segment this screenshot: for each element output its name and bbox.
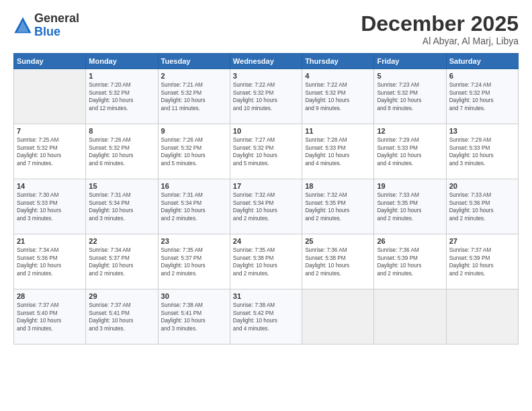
day-number: 22 [89,237,154,245]
week-row-2: 7Sunrise: 7:25 AM Sunset: 5:32 PM Daylig… [14,124,519,179]
day-cell [302,289,374,345]
day-number: 4 [305,72,371,80]
week-row-4: 21Sunrise: 7:34 AM Sunset: 5:36 PM Dayli… [14,234,519,289]
day-cell: 14Sunrise: 7:30 AM Sunset: 5:33 PM Dayli… [14,179,86,234]
week-row-3: 14Sunrise: 7:30 AM Sunset: 5:33 PM Dayli… [14,179,519,234]
day-number: 11 [305,127,371,135]
day-number: 24 [233,237,299,245]
day-cell: 7Sunrise: 7:25 AM Sunset: 5:32 PM Daylig… [14,124,86,179]
month-title: December 2025 [361,12,519,36]
week-row-5: 28Sunrise: 7:37 AM Sunset: 5:40 PM Dayli… [14,289,519,345]
day-number: 1 [89,72,154,80]
day-info: Sunrise: 7:21 AM Sunset: 5:32 PM Dayligh… [161,81,227,112]
day-info: Sunrise: 7:37 AM Sunset: 5:39 PM Dayligh… [449,246,515,277]
week-row-1: 1Sunrise: 7:20 AM Sunset: 5:32 PM Daylig… [14,69,519,124]
day-number: 16 [161,182,227,190]
day-info: Sunrise: 7:29 AM Sunset: 5:33 PM Dayligh… [377,136,443,167]
day-info: Sunrise: 7:33 AM Sunset: 5:36 PM Dayligh… [449,191,515,222]
day-info: Sunrise: 7:34 AM Sunset: 5:37 PM Dayligh… [89,246,154,277]
day-cell: 8Sunrise: 7:26 AM Sunset: 5:32 PM Daylig… [86,124,158,179]
day-info: Sunrise: 7:34 AM Sunset: 5:36 PM Dayligh… [17,246,83,277]
day-info: Sunrise: 7:26 AM Sunset: 5:32 PM Dayligh… [161,136,227,167]
day-info: Sunrise: 7:35 AM Sunset: 5:38 PM Dayligh… [233,246,299,277]
title-block: December 2025 Al Abyar, Al Marj, Libya [361,12,519,46]
day-cell: 11Sunrise: 7:28 AM Sunset: 5:33 PM Dayli… [302,124,374,179]
header: GeneralBlue December 2025 Al Abyar, Al M… [13,12,519,46]
day-cell: 13Sunrise: 7:29 AM Sunset: 5:33 PM Dayli… [446,124,518,179]
day-cell: 17Sunrise: 7:32 AM Sunset: 5:34 PM Dayli… [230,179,302,234]
day-cell [374,289,446,345]
day-cell: 25Sunrise: 7:36 AM Sunset: 5:38 PM Dayli… [302,234,374,289]
day-number: 31 [233,292,299,300]
day-info: Sunrise: 7:23 AM Sunset: 5:32 PM Dayligh… [377,81,443,112]
day-cell: 1Sunrise: 7:20 AM Sunset: 5:32 PM Daylig… [86,69,158,124]
day-info: Sunrise: 7:38 AM Sunset: 5:42 PM Dayligh… [233,302,299,332]
day-info: Sunrise: 7:37 AM Sunset: 5:40 PM Dayligh… [17,302,83,332]
day-info: Sunrise: 7:35 AM Sunset: 5:37 PM Dayligh… [161,246,227,277]
day-number: 19 [377,182,443,190]
day-number: 8 [89,127,154,135]
day-info: Sunrise: 7:31 AM Sunset: 5:34 PM Dayligh… [89,191,154,222]
day-cell: 28Sunrise: 7:37 AM Sunset: 5:40 PM Dayli… [14,289,86,345]
weekday-header-friday: Friday [374,54,446,69]
weekday-header-monday: Monday [86,54,158,69]
day-info: Sunrise: 7:32 AM Sunset: 5:34 PM Dayligh… [233,191,299,222]
day-cell: 26Sunrise: 7:36 AM Sunset: 5:39 PM Dayli… [374,234,446,289]
day-cell: 3Sunrise: 7:22 AM Sunset: 5:32 PM Daylig… [230,69,302,124]
day-cell: 12Sunrise: 7:29 AM Sunset: 5:33 PM Dayli… [374,124,446,179]
day-number: 3 [233,72,299,80]
day-info: Sunrise: 7:22 AM Sunset: 5:32 PM Dayligh… [305,81,371,112]
day-cell: 31Sunrise: 7:38 AM Sunset: 5:42 PM Dayli… [230,289,302,345]
day-cell: 4Sunrise: 7:22 AM Sunset: 5:32 PM Daylig… [302,69,374,124]
day-cell: 21Sunrise: 7:34 AM Sunset: 5:36 PM Dayli… [14,234,86,289]
day-cell: 16Sunrise: 7:31 AM Sunset: 5:34 PM Dayli… [158,179,230,234]
day-cell: 15Sunrise: 7:31 AM Sunset: 5:34 PM Dayli… [86,179,158,234]
day-cell: 5Sunrise: 7:23 AM Sunset: 5:32 PM Daylig… [374,69,446,124]
logo: GeneralBlue [13,12,79,39]
day-info: Sunrise: 7:27 AM Sunset: 5:32 PM Dayligh… [233,136,299,167]
weekday-header-thursday: Thursday [302,54,374,69]
day-cell: 22Sunrise: 7:34 AM Sunset: 5:37 PM Dayli… [86,234,158,289]
day-number: 28 [17,292,83,300]
logo-icon [13,16,32,35]
day-number: 18 [305,182,371,190]
day-number: 20 [449,182,515,190]
day-cell: 6Sunrise: 7:24 AM Sunset: 5:32 PM Daylig… [446,69,518,124]
calendar-page: GeneralBlue December 2025 Al Abyar, Al M… [0,0,532,411]
day-info: Sunrise: 7:25 AM Sunset: 5:32 PM Dayligh… [17,136,83,167]
day-cell: 27Sunrise: 7:37 AM Sunset: 5:39 PM Dayli… [446,234,518,289]
day-number: 7 [17,127,83,135]
weekday-header-wednesday: Wednesday [230,54,302,69]
day-cell [14,69,86,124]
day-number: 17 [233,182,299,190]
logo-name: GeneralBlue [34,12,79,39]
day-info: Sunrise: 7:32 AM Sunset: 5:35 PM Dayligh… [305,191,371,222]
day-number: 10 [233,127,299,135]
day-cell: 24Sunrise: 7:35 AM Sunset: 5:38 PM Dayli… [230,234,302,289]
day-cell: 30Sunrise: 7:38 AM Sunset: 5:41 PM Dayli… [158,289,230,345]
day-number: 2 [161,72,227,80]
day-number: 5 [377,72,443,80]
day-cell: 20Sunrise: 7:33 AM Sunset: 5:36 PM Dayli… [446,179,518,234]
day-info: Sunrise: 7:30 AM Sunset: 5:33 PM Dayligh… [17,191,83,222]
weekday-header-sunday: Sunday [14,54,86,69]
day-info: Sunrise: 7:28 AM Sunset: 5:33 PM Dayligh… [305,136,371,167]
day-cell: 9Sunrise: 7:26 AM Sunset: 5:32 PM Daylig… [158,124,230,179]
day-info: Sunrise: 7:22 AM Sunset: 5:32 PM Dayligh… [233,81,299,112]
day-number: 14 [17,182,83,190]
day-number: 23 [161,237,227,245]
day-number: 27 [449,237,515,245]
day-number: 6 [449,72,515,80]
day-info: Sunrise: 7:37 AM Sunset: 5:41 PM Dayligh… [89,302,154,332]
day-info: Sunrise: 7:38 AM Sunset: 5:41 PM Dayligh… [161,302,227,332]
day-number: 13 [449,127,515,135]
day-cell: 23Sunrise: 7:35 AM Sunset: 5:37 PM Dayli… [158,234,230,289]
day-info: Sunrise: 7:36 AM Sunset: 5:39 PM Dayligh… [377,246,443,277]
day-number: 29 [89,292,154,300]
day-info: Sunrise: 7:26 AM Sunset: 5:32 PM Dayligh… [89,136,154,167]
day-info: Sunrise: 7:31 AM Sunset: 5:34 PM Dayligh… [161,191,227,222]
day-info: Sunrise: 7:29 AM Sunset: 5:33 PM Dayligh… [449,136,515,167]
day-number: 21 [17,237,83,245]
day-cell: 29Sunrise: 7:37 AM Sunset: 5:41 PM Dayli… [86,289,158,345]
day-number: 26 [377,237,443,245]
